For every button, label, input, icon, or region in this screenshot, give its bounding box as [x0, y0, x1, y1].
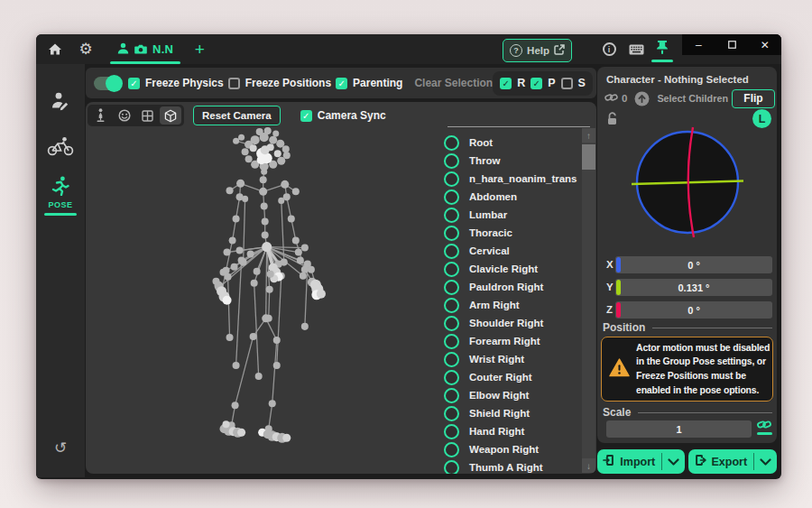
bone-list-item[interactable]: Arm Right: [439, 296, 575, 314]
flip-button[interactable]: Flip: [732, 89, 775, 108]
mannequin-view-icon[interactable]: [90, 106, 112, 125]
sidebar-item-ride[interactable]: [36, 133, 85, 163]
bone-list-item[interactable]: Lumbar: [439, 206, 575, 224]
keyboard-icon[interactable]: [624, 38, 648, 61]
bone-toggle-circle[interactable]: [444, 334, 459, 349]
import-dropdown-chevron[interactable]: [662, 458, 685, 466]
bone-toggle-circle[interactable]: [444, 189, 459, 205]
info-icon[interactable]: i: [597, 38, 621, 61]
select-parent-icon[interactable]: [634, 91, 650, 106]
cube-view-icon[interactable]: [160, 106, 181, 125]
grid-view-icon[interactable]: [136, 106, 158, 125]
rotation-x-input[interactable]: 0 °: [615, 256, 772, 273]
freeze-positions-checkbox[interactable]: Freeze Positions: [228, 77, 331, 89]
bone-list-item[interactable]: Shoulder Right: [439, 314, 575, 332]
bone-toggle-circle[interactable]: [444, 388, 459, 403]
help-button[interactable]: ? Help: [503, 39, 572, 62]
r-checkbox[interactable]: ✓: [500, 78, 512, 89]
rotation-x-row: X 0 °: [597, 256, 777, 273]
bone-list-item[interactable]: Thumb A Right: [439, 458, 575, 474]
select-children-button[interactable]: Select Children: [657, 93, 728, 104]
rotation-y-input[interactable]: 0.131 °: [615, 279, 772, 296]
bone-toggle-circle[interactable]: [444, 370, 459, 385]
external-link-icon: [554, 42, 565, 59]
bone-toggle-circle[interactable]: [444, 298, 459, 313]
bone-toggle-circle[interactable]: [444, 208, 459, 223]
bone-toggle-circle[interactable]: [444, 442, 459, 457]
face-view-icon[interactable]: [114, 106, 135, 125]
rotation-z-input[interactable]: 0 °: [615, 301, 772, 319]
character-panel: Character - Nothing Selected 0 Select Ch…: [597, 67, 777, 443]
sidebar-item-pose[interactable]: POSE: [36, 172, 85, 216]
left-sidebar: POSE ↺: [36, 64, 85, 477]
p-checkbox[interactable]: ✓: [531, 78, 542, 89]
link-icon[interactable]: [604, 90, 618, 106]
reset-camera-button[interactable]: Reset Camera: [193, 106, 281, 125]
tab-nn[interactable]: N.N: [108, 34, 182, 64]
bone-list-item[interactable]: Wrist Right: [439, 350, 575, 368]
close-button[interactable]: ✕: [748, 34, 781, 55]
bone-toggle-circle[interactable]: [444, 226, 459, 241]
clear-selection-button[interactable]: Clear Selection: [414, 77, 493, 89]
scale-input[interactable]: 1: [606, 420, 752, 438]
bone-toggle-circle[interactable]: [444, 262, 459, 277]
camera-sync-checkbox[interactable]: ✓ Camera Sync: [300, 109, 386, 122]
position-section-header: Position: [603, 321, 772, 334]
scrollbar-thumb[interactable]: [582, 144, 595, 170]
bone-list-item[interactable]: n_hara_noanim_trans: [439, 170, 575, 188]
bone-list-item[interactable]: Cervical: [439, 242, 575, 260]
unlock-icon[interactable]: [606, 112, 620, 130]
bone-toggle-circle[interactable]: [444, 244, 459, 259]
bone-toggle-circle[interactable]: [444, 316, 459, 331]
bone-toggle-circle[interactable]: [444, 424, 459, 439]
local-space-badge[interactable]: L: [752, 109, 771, 128]
3d-viewport[interactable]: Reset Camera ✓ Camera Sync RootThrown_ha…: [86, 102, 596, 474]
bone-toggle-circle[interactable]: [444, 352, 459, 367]
scroll-down-button[interactable]: ↓: [582, 458, 595, 473]
parenting-checkbox[interactable]: ✓ Parenting: [336, 77, 402, 89]
bone-list-item[interactable]: Couter Right: [439, 368, 575, 386]
maximize-button[interactable]: [715, 34, 749, 55]
bone-list-item[interactable]: Elbow Right: [439, 386, 575, 404]
link-count: 0: [622, 93, 627, 104]
bone-list-item[interactable]: Forearm Right: [439, 332, 575, 350]
new-tab-button[interactable]: +: [189, 40, 209, 60]
pose-mode-toggle[interactable]: [94, 77, 121, 90]
export-button[interactable]: Export: [688, 449, 777, 474]
bone-toggle-circle[interactable]: [444, 135, 459, 151]
bone-list-item[interactable]: Hand Right: [439, 422, 575, 440]
rotation-trackball[interactable]: [632, 126, 743, 238]
bone-toggle-circle[interactable]: [444, 153, 459, 169]
bone-list-scrollbar[interactable]: ↑ ↓: [582, 128, 595, 473]
bone-list-item[interactable]: Pauldron Right: [439, 278, 575, 296]
settings-gear-icon[interactable]: ⚙: [74, 38, 97, 61]
bone-name: Shoulder Right: [469, 318, 543, 328]
bone-toggle-circle[interactable]: [444, 406, 459, 421]
import-button[interactable]: Import: [597, 449, 685, 474]
pose-label: POSE: [48, 200, 72, 209]
bone-list-item[interactable]: Weapon Right: [439, 440, 575, 458]
export-dropdown-chevron[interactable]: [754, 458, 777, 466]
minimize-button[interactable]: –: [682, 34, 715, 55]
bone-list-item[interactable]: Abdomen: [439, 188, 575, 206]
bone-list-item[interactable]: Throw: [439, 152, 575, 170]
freeze-physics-checkbox[interactable]: ✓ Freeze Physics: [128, 77, 224, 89]
scale-link-toggle[interactable]: [755, 419, 773, 435]
bone-list-item[interactable]: Thoracic: [439, 224, 575, 242]
bone-toggle-circle[interactable]: [444, 171, 459, 187]
bone-list-item[interactable]: Clavicle Right: [439, 260, 575, 278]
bone-list-item[interactable]: Shield Right: [439, 404, 575, 422]
bone-toggle-circle[interactable]: [444, 280, 459, 295]
bone-name: Thoracic: [469, 227, 512, 238]
scroll-up-button[interactable]: ↑: [582, 128, 595, 143]
s-checkbox[interactable]: [561, 78, 573, 89]
warning-text: Actor motion must be disabled in the Gro…: [636, 341, 770, 397]
sidebar-item-character[interactable]: [36, 88, 85, 118]
tab-label: N.N: [152, 42, 173, 56]
home-icon[interactable]: [43, 38, 67, 61]
bone-toggle-circle[interactable]: [444, 460, 459, 475]
undo-icon[interactable]: ↺: [54, 439, 67, 457]
bone-list-item[interactable]: Root: [439, 134, 575, 152]
pin-icon[interactable]: [650, 34, 675, 64]
bone-name: Wrist Right: [469, 354, 524, 365]
